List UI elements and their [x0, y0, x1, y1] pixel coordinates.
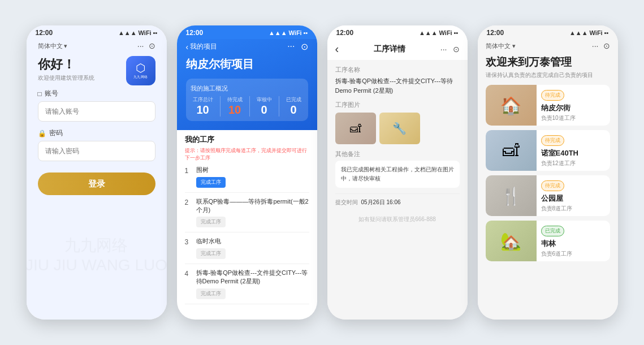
back-icon-3[interactable]: ‹	[335, 42, 339, 55]
project-nav: ‹ 我的项目 ··· ⊙	[186, 41, 308, 52]
room-image-icon: 🛋	[335, 113, 376, 144]
project-tasks-1: 负责10道工序	[541, 114, 606, 122]
task-name-3: 临时水电	[196, 237, 309, 245]
project-name-2: 诺室E40TH	[541, 148, 606, 158]
status-icons-3: ▲▲▲ WiFi ▪▪	[419, 29, 459, 36]
status-time-4: 12:00	[487, 29, 504, 37]
thumb-icon-4: 🏡	[486, 221, 537, 261]
project-name-3: 公园屋	[541, 193, 606, 204]
welcome-title: 欢迎来到万泰管理	[486, 55, 610, 70]
more-icon-4[interactable]: ···	[592, 41, 599, 50]
task-list: 1 围树 完成工序 2 联系QP验毒———等待拆毒permit(一般2个月) 完…	[185, 166, 309, 304]
project-card-3[interactable]: 🍴 待完成 公园屋 负责8道工序	[486, 175, 610, 216]
task-content-1: 围树 完成工序	[196, 166, 309, 187]
signal-icon: ▲▲▲	[118, 29, 137, 36]
task-images-section: 工序图片 🛋 🔧	[335, 101, 460, 144]
project-nav-icons: ··· ⊙	[287, 41, 308, 52]
login-button[interactable]: 登录	[38, 172, 155, 195]
stat-divider-1	[220, 96, 221, 117]
tasks-section-title: 我的工序	[185, 135, 309, 145]
project-name-1: 纳皮尔街	[541, 103, 606, 113]
welcome-lang[interactable]: 简体中文 ▾	[486, 42, 516, 50]
thumb-icon-2: 🛋	[486, 130, 537, 171]
complete-btn-3[interactable]: 完成工序	[196, 248, 226, 259]
target-icon-2[interactable]: ⊙	[301, 41, 308, 52]
project-tasks-2: 负责12道工序	[541, 159, 606, 167]
project-card-1[interactable]: 🏠 待完成 纳皮尔街 负责10道工序	[486, 85, 610, 126]
status-badge-4: 已完成	[541, 226, 564, 236]
task-num-4: 4	[185, 270, 193, 278]
status-bar-4: 12:00 ▲▲▲ WiFi ▪▪	[478, 25, 618, 39]
notes-section: 其他备注 我已完成围树相关工程操作，文档已附在图片中，请尽快审核	[335, 150, 460, 188]
status-time-3: 12:00	[336, 29, 354, 37]
task-content-2: 联系QP验毒———等待拆毒permit(一般2个月) 完成工序	[196, 197, 309, 228]
target-icon-4[interactable]: ⊙	[603, 41, 610, 50]
lang-label-4: 简体中文	[486, 42, 511, 49]
target-icon[interactable]: ⊙	[149, 41, 155, 50]
task-item-4: 4 拆毒-验毒QP做检查---文件提交CITY---等待Demo Permit …	[185, 269, 309, 304]
welcome-subtitle: 请保持认真负责的态度完成自己负责的项目	[486, 71, 610, 79]
complete-btn-2[interactable]: 完成工序	[196, 217, 226, 227]
wifi-icon-4: WiFi	[590, 29, 603, 36]
status-badge-1: 待完成	[541, 90, 564, 101]
task-content-4: 拆毒-验毒QP做检查---文件提交CITY---等待Demo Permit (2…	[196, 269, 309, 299]
tool-image-icon: 🔧	[379, 113, 420, 144]
status-badge-2: 待完成	[541, 135, 564, 146]
back-button[interactable]: ‹ 我的项目	[186, 42, 218, 51]
task-item-2: 2 联系QP验毒———等待拆毒permit(一般2个月) 完成工序	[185, 197, 309, 233]
account-input[interactable]	[38, 101, 155, 122]
submit-label: 提交时间	[335, 199, 358, 206]
signal-icon-2: ▲▲▲	[269, 29, 287, 36]
greeting-text: 你好！ 欢迎使用建筑管理系统	[38, 56, 94, 82]
welcome-nav-icons: ··· ⊙	[592, 41, 610, 50]
project-thumb-2: 🛋	[486, 130, 537, 171]
greeting-subtitle: 欢迎使用建筑管理系统	[38, 74, 94, 82]
battery-icon: ▪▪	[153, 29, 158, 36]
password-label: 🔒 密码	[38, 128, 155, 138]
stat-pending: 待完成 10	[227, 96, 243, 117]
stat-reviewing-value: 0	[257, 104, 272, 117]
notes-value: 我已完成围树相关工程操作，文档已附在图片中，请尽快审核	[335, 161, 460, 188]
stat-done: 已完成 0	[286, 96, 301, 117]
thumb-icon-1: 🏠	[486, 85, 537, 126]
project-name-4: 韦林	[541, 239, 606, 249]
battery-icon-3: ▪▪	[454, 29, 459, 36]
stat-total-value: 10	[193, 104, 213, 117]
target-icon-3[interactable]: ⊙	[453, 45, 460, 54]
detail-nav-icons: ··· ⊙	[440, 45, 460, 54]
language-selector[interactable]: 简体中文 ▾	[38, 42, 67, 50]
wifi-icon: WiFi	[139, 29, 152, 36]
lock-icon: 🔒	[38, 130, 46, 137]
account-label: □ 账号	[38, 89, 155, 98]
stat-reviewing-label: 审核中	[257, 96, 272, 104]
complete-btn-1[interactable]: 完成工序	[196, 177, 226, 188]
task-name-1: 围树	[196, 166, 309, 174]
password-input[interactable]	[38, 141, 155, 161]
wifi-icon-3: WiFi	[439, 29, 452, 36]
status-bar-2: 12:00 ▲▲▲ WiFi ▪▪	[177, 25, 317, 39]
more-icon-2[interactable]: ···	[287, 41, 295, 52]
stat-done-value: 0	[286, 104, 301, 117]
stat-reviewing: 审核中 0	[257, 96, 272, 117]
complete-btn-4[interactable]: 完成工序	[196, 288, 226, 299]
account-field-group: □ 账号	[38, 89, 155, 122]
project-info-2: 待完成 诺室E40TH 负责12道工序	[541, 134, 610, 167]
project-card-2[interactable]: 🛋 待完成 诺室E40TH 负责12道工序	[486, 130, 610, 171]
more-icon[interactable]: ···	[137, 41, 144, 50]
back-label: 我的项目	[190, 42, 217, 51]
login-body: 简体中文 ▾ ··· ⊙ 你好！ 欢迎使用建筑管理系统 ⬡ 九九网络	[27, 39, 167, 320]
status-time-2: 12:00	[186, 29, 204, 37]
stats-card: 我的施工概况 工序总计 10 待完成 10 审核中 0	[186, 79, 308, 121]
task-name-4: 拆毒-验毒QP做检查---文件提交CITY---等待Demo Permit (2…	[196, 269, 309, 286]
project-card-4[interactable]: 🏡 已完成 韦林 负责6道工序	[486, 221, 610, 261]
phone-project: 12:00 ▲▲▲ WiFi ▪▪ ‹ 我的项目 ··· ⊙ 纳皮尔街项目 我	[177, 25, 317, 320]
task-name-2: 联系QP验毒———等待拆毒permit(一般2个月)	[196, 197, 309, 215]
contact-hint: 如有疑问请联系管理员666-888	[335, 215, 460, 223]
phones-container: 12:00 ▲▲▲ WiFi ▪▪ 简体中文 ▾ ··· ⊙ 你好！	[15, 14, 629, 331]
password-field-group: 🔒 密码	[38, 128, 155, 161]
more-icon-3[interactable]: ···	[440, 45, 447, 54]
submit-row: 提交时间 05月26日 16:06	[335, 199, 460, 206]
notes-label: 其他备注	[335, 150, 460, 158]
task-item-3: 3 临时水电 完成工序	[185, 237, 309, 264]
status-bar-1: 12:00 ▲▲▲ WiFi ▪▪	[27, 25, 167, 39]
